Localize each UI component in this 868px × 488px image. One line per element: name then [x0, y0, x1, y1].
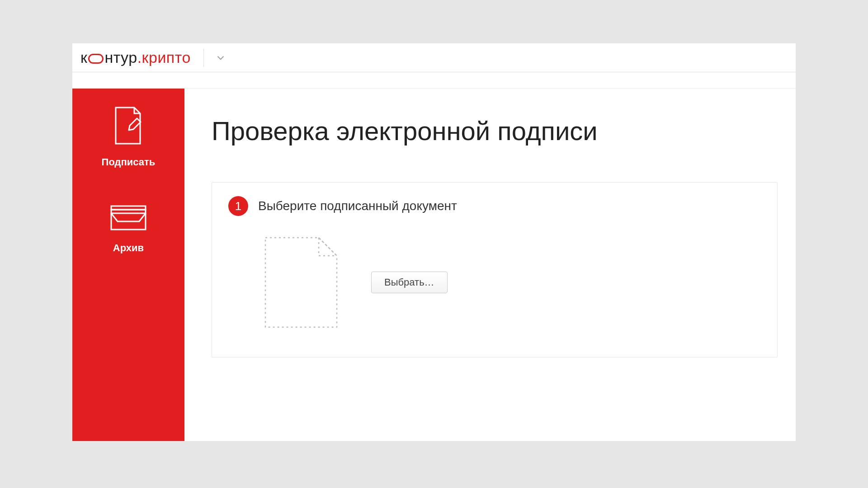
logo-part-1: к	[80, 49, 87, 66]
document-placeholder-icon	[263, 235, 340, 330]
choose-file-button[interactable]: Выбрать…	[371, 272, 448, 293]
main-content: Проверка электронной подписи 1 Выберите …	[184, 89, 796, 441]
archive-icon	[108, 200, 148, 232]
sign-document-icon	[110, 105, 147, 146]
logo-dot: .	[137, 49, 142, 66]
step-card: 1 Выберите подписанный документ Выбрать…	[212, 182, 778, 357]
spacer-strip	[72, 72, 796, 89]
logo-part-2: нтур	[104, 49, 137, 66]
sidebar-item-archive[interactable]: Архив	[108, 200, 148, 254]
sidebar-item-label: Подписать	[102, 156, 156, 168]
logo-part-3: крипто	[142, 49, 191, 66]
sidebar-item-label: Архив	[113, 242, 144, 254]
app-logo: к нтур . крипто	[80, 49, 191, 66]
top-bar: к нтур . крипто	[72, 43, 796, 72]
step-text: Выберите подписанный документ	[258, 199, 457, 213]
file-dropzone[interactable]	[263, 235, 340, 330]
sidebar-item-sign[interactable]: Подписать	[102, 105, 156, 168]
sidebar: Подписать Архив	[72, 89, 184, 441]
chevron-down-icon	[215, 52, 226, 64]
cloud-icon	[88, 54, 104, 64]
step-number-badge: 1	[228, 196, 248, 216]
account-dropdown[interactable]	[215, 52, 226, 64]
page-title: Проверка электронной подписи	[212, 116, 778, 146]
separator	[203, 49, 204, 67]
